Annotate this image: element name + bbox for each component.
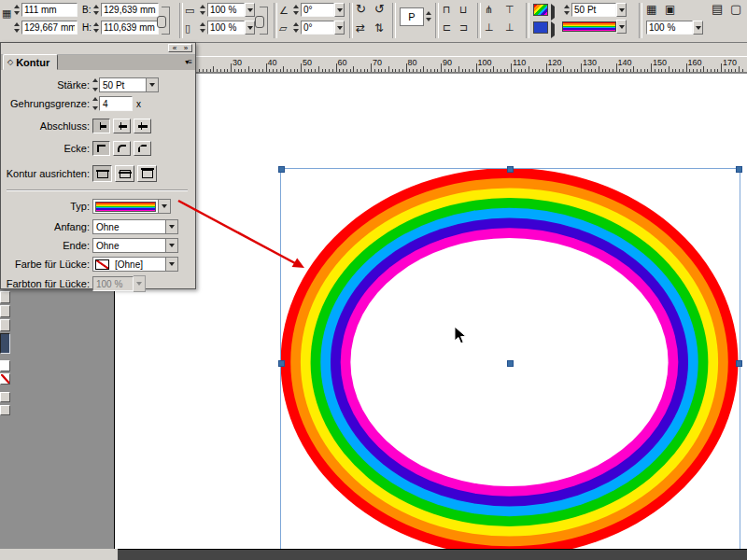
distribute-left-icon[interactable]: ⊏ (443, 21, 451, 33)
join-bevel-button[interactable] (134, 141, 151, 156)
distribute-top-icon[interactable]: ⊓ (443, 4, 451, 15)
fill-flyout-arrow-icon[interactable] (551, 24, 555, 35)
height-stepper[interactable] (92, 21, 100, 35)
stroke-color-indicator[interactable] (533, 4, 548, 16)
farbe-luecke-dropdown[interactable]: [Ohne] (92, 257, 178, 272)
shear-field[interactable] (301, 21, 334, 35)
stroke-type-dropdown-arrow-icon[interactable] (616, 20, 627, 34)
tool-button[interactable] (0, 392, 10, 402)
align-stroke-outside-button[interactable] (137, 165, 157, 182)
zoom-field[interactable] (646, 21, 693, 35)
scale-y-field[interactable] (207, 21, 245, 35)
cap-butt-button[interactable] (92, 119, 110, 133)
align-center-icon[interactable]: ⋔ (485, 4, 493, 15)
shear-stepper[interactable] (291, 21, 300, 35)
zoom-dropdown-arrow-icon[interactable] (693, 21, 703, 35)
dropdown-arrow-icon (165, 220, 177, 233)
stroke-weight-field[interactable] (571, 3, 616, 17)
join-round-button[interactable] (113, 141, 131, 156)
anfang-dropdown[interactable]: Ohne (92, 219, 178, 234)
constrain-scale-icon[interactable] (260, 7, 268, 35)
y-position-stepper[interactable] (12, 21, 21, 35)
align-stroke-center-button[interactable] (92, 165, 112, 182)
x-position-field[interactable] (21, 3, 78, 17)
tool-button[interactable] (0, 305, 10, 317)
align-top-icon[interactable]: ⊤ (505, 4, 514, 15)
link-dimensions-icon[interactable] (162, 7, 170, 35)
rotate-cw-icon[interactable]: ↻ (356, 4, 366, 15)
typ-dropdown[interactable] (92, 199, 171, 214)
cap-round-button[interactable] (113, 119, 131, 133)
rotation-stepper[interactable] (291, 3, 300, 17)
join-miter-button[interactable] (92, 141, 110, 156)
fill-proxy-swatch[interactable] (0, 360, 10, 371)
cap-butt-icon (97, 122, 106, 130)
staerke-dropdown[interactable]: 50 Pt (99, 77, 159, 92)
stroke-weight-dropdown-arrow-icon[interactable] (616, 3, 627, 17)
window-new-icon[interactable]: ▢ (730, 4, 741, 15)
stroke-flyout-arrow-icon[interactable] (551, 7, 555, 18)
align-bottom-icon[interactable]: ⊥ (485, 21, 494, 33)
y-position-field[interactable] (21, 21, 78, 35)
rotate-ccw-icon[interactable]: ↺ (374, 4, 385, 15)
selection-handle[interactable] (736, 166, 742, 173)
stroke-proxy-swatch[interactable] (0, 373, 10, 385)
stroke-weight-stepper[interactable] (562, 3, 571, 17)
scale-x-stepper[interactable] (198, 3, 206, 17)
rotation-dropdown-arrow-icon[interactable] (334, 3, 345, 17)
tool-button[interactable] (0, 291, 10, 303)
panel-collapse-button[interactable]: « » (168, 44, 192, 52)
gehrungsgrenze-value: 4 (103, 99, 108, 109)
scale-x-dropdown-arrow-icon[interactable] (245, 3, 255, 17)
toolbar-separator (639, 3, 642, 38)
paragraph-style-stepper[interactable] (424, 9, 432, 23)
stroke-type-preview[interactable] (562, 21, 616, 32)
tool-button[interactable] (0, 405, 10, 415)
gehrungsgrenze-field[interactable]: 4 (99, 96, 133, 111)
selection-handle[interactable] (278, 166, 285, 173)
distribute-bottom-icon[interactable]: ⊔ (459, 4, 468, 15)
rotation-field[interactable] (301, 3, 334, 17)
selection-center-point[interactable] (507, 360, 514, 367)
join-round-icon (118, 145, 126, 152)
selection-handle[interactable] (507, 166, 514, 173)
gehrungsgrenze-suffix: x (136, 99, 141, 109)
panel-menu-icon[interactable]: ▾≡ (185, 58, 191, 66)
flip-horizontal-icon[interactable]: ⇄ (356, 22, 365, 34)
gehrungsgrenze-stepper[interactable] (92, 97, 98, 110)
paragraph-style-button[interactable]: P (400, 7, 424, 26)
cap-projecting-button[interactable] (134, 119, 151, 133)
window-arrange-icon[interactable]: ▤ (712, 4, 723, 15)
selection-handle[interactable] (278, 360, 285, 367)
height-field[interactable] (101, 21, 159, 35)
align-stroke-outside-icon (142, 170, 153, 178)
toolbar-separator (392, 3, 396, 38)
tool-button-active[interactable] (0, 333, 10, 354)
fill-color-indicator[interactable] (533, 21, 548, 34)
align-stroke-inside-button[interactable] (115, 165, 134, 182)
tab-kontur[interactable]: ◇ Kontur (3, 54, 58, 70)
scale-y-dropdown-arrow-icon[interactable] (245, 21, 255, 35)
align-stroke-center-icon (97, 170, 108, 178)
tool-button[interactable] (0, 319, 10, 331)
x-position-stepper[interactable] (12, 3, 21, 17)
width-field[interactable] (101, 3, 159, 17)
distribute-right-icon[interactable]: ⊐ (459, 21, 468, 33)
reference-point-proxy-icon[interactable]: ▦ (2, 7, 11, 19)
align-baseline-icon[interactable]: ⊥ (505, 21, 514, 33)
ecke-label: Ecke: (1, 143, 90, 154)
shear-dropdown-arrow-icon[interactable] (334, 21, 345, 35)
screen-mode-icon[interactable]: ▣ (665, 4, 675, 15)
width-stepper[interactable] (92, 3, 100, 17)
toolbar-separator (274, 3, 277, 38)
selection-handle[interactable] (736, 360, 742, 367)
scale-x-icon: ▭ (185, 5, 194, 16)
toolbar-separator (435, 3, 439, 38)
flip-vertical-icon[interactable]: ⇅ (374, 22, 384, 34)
preview-mode-icon[interactable]: ▦ (646, 4, 656, 15)
staerke-stepper[interactable] (92, 78, 98, 91)
scale-y-stepper[interactable] (198, 21, 206, 35)
scale-x-field[interactable] (207, 3, 245, 17)
horizontal-scrollbar[interactable] (118, 549, 747, 560)
ende-dropdown[interactable]: Ohne (92, 238, 178, 253)
